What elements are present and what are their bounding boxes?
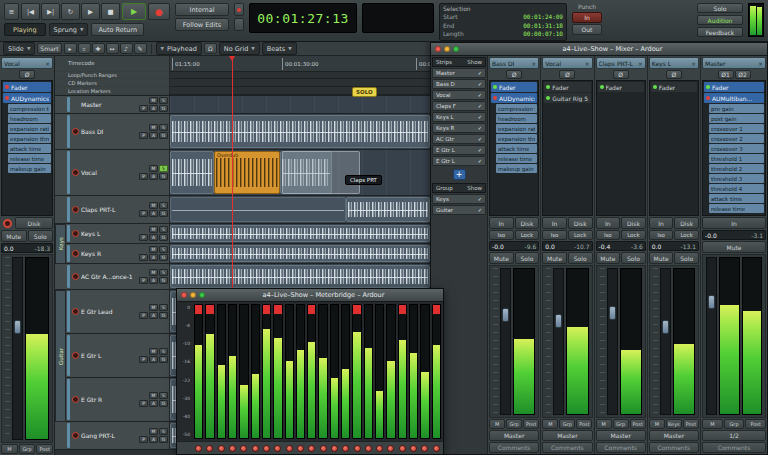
visible-checkbox[interactable]: ✓ [478, 207, 482, 213]
processor-entry[interactable]: expansion threshold [8, 134, 51, 143]
close-icon[interactable]: × [638, 60, 643, 67]
ruler-label-timecode[interactable]: Timecode [55, 56, 169, 72]
comments-button[interactable]: Comments [596, 442, 646, 453]
record-arm-button[interactable] [218, 445, 225, 452]
midi-panic-button[interactable]: ≡ [4, 3, 19, 20]
track-solo-button[interactable]: S [159, 348, 168, 355]
processor-entry[interactable]: makeup gain [8, 164, 51, 173]
processor-entry[interactable]: AUDynamicsPro [491, 93, 537, 103]
track-header[interactable]: E Gtr R M S P A G [55, 378, 170, 421]
meter-position-button[interactable]: Post [523, 419, 539, 429]
record-arm-button[interactable] [376, 445, 383, 452]
polarity-button[interactable]: Ø [559, 70, 575, 79]
track-name[interactable]: Keys L [81, 230, 137, 237]
group-list-item[interactable]: Keys✓ [432, 194, 486, 204]
record-arm-button[interactable] [240, 445, 247, 452]
track-name[interactable]: Claps PRT-L [81, 206, 137, 213]
zoom-window-icon[interactable] [453, 46, 459, 52]
show-column-header[interactable]: Show [467, 185, 482, 191]
track-playlist-button[interactable]: P [139, 132, 148, 139]
selection-end-value[interactable]: 00:01:31:18 [523, 22, 563, 31]
strip-list-item[interactable]: Bass D✓ [432, 79, 486, 89]
track-header[interactable]: Gang PRT-L M S P A G [55, 422, 170, 449]
processor-entry[interactable]: AUDynamicsPro [3, 93, 51, 103]
visible-checkbox[interactable]: ✓ [478, 103, 482, 109]
group-column-header[interactable]: Group [436, 185, 453, 191]
edit-tool-button[interactable]: ✚ [92, 43, 105, 54]
track-header[interactable]: Master M S P A G [55, 96, 170, 113]
metering-point-button[interactable]: M [596, 419, 612, 429]
audio-region[interactable] [170, 115, 430, 148]
meter-position-button[interactable]: Post [683, 419, 699, 429]
strip-name-button[interactable]: Master× [702, 57, 766, 69]
close-icon[interactable]: × [691, 60, 696, 67]
record-arm-button[interactable] [297, 445, 304, 452]
record-button[interactable]: ● [148, 3, 170, 20]
gain-fader[interactable] [553, 268, 564, 415]
group-button[interactable]: Grp [613, 419, 629, 429]
record-arm-button[interactable] [72, 169, 79, 176]
strip-list-item[interactable]: Master✓ [432, 68, 486, 78]
processor-entry[interactable]: crossover 3 [709, 144, 764, 153]
strip-list-item[interactable]: Vocal✓ [432, 90, 486, 100]
metering-point-button[interactable]: M [649, 419, 665, 429]
track-mute-button[interactable]: M [149, 392, 158, 399]
visible-checkbox[interactable]: ✓ [478, 125, 482, 131]
record-arm-button[interactable] [421, 445, 428, 452]
processor-entry[interactable]: threshold 2 [709, 164, 764, 173]
input-button[interactable]: In [702, 217, 766, 229]
processor-led-icon[interactable] [5, 96, 9, 100]
transport-nav-button[interactable]: |◀ [21, 3, 40, 20]
group-button[interactable]: Grp [724, 419, 745, 429]
minimize-window-icon[interactable] [444, 46, 450, 52]
output-button[interactable]: Master [596, 430, 646, 441]
solo-global-button[interactable]: Solo [697, 3, 743, 13]
input-button[interactable]: In [596, 217, 621, 229]
gain-display[interactable]: -0.0 [492, 243, 504, 250]
edit-tool-button[interactable]: ✎ [134, 43, 147, 54]
record-arm-button[interactable] [286, 445, 293, 452]
track-header[interactable]: Claps PRT-L M S P A G [55, 196, 170, 223]
fader-handle[interactable] [708, 295, 715, 309]
record-arm-button[interactable] [387, 445, 394, 452]
track-automation-button[interactable]: A [149, 254, 158, 261]
track-header[interactable]: Keys L M S P A G [55, 224, 170, 243]
processor-entry[interactable]: makeup gain [496, 164, 537, 173]
record-arm-button[interactable] [252, 445, 259, 452]
solo-button[interactable]: Solo [621, 252, 646, 264]
audio-region[interactable] [282, 151, 360, 194]
processor-entry[interactable]: threshold 1 [709, 154, 764, 163]
record-arm-button[interactable] [365, 445, 372, 452]
processor-entry[interactable]: release time [496, 154, 537, 163]
audition-button[interactable]: Audition [697, 15, 743, 25]
processor-entry[interactable]: expansion ratio [8, 124, 51, 133]
record-arm-button[interactable] [72, 230, 79, 237]
record-arm-button[interactable] [72, 273, 79, 280]
track-name[interactable]: E Gtr L [81, 352, 137, 359]
metering-point-button[interactable]: M [1, 444, 18, 454]
track-group-button[interactable]: G [159, 400, 168, 407]
processor-entry[interactable]: AUMultiban… [704, 93, 764, 103]
secondary-clock-bbt[interactable] [362, 3, 434, 33]
visible-checkbox[interactable]: ✓ [478, 81, 482, 87]
solo-lock-button[interactable]: Lock [621, 230, 646, 240]
group-button[interactable]: Keys [666, 419, 682, 429]
auto-return-button[interactable]: Auto Return [91, 23, 144, 36]
record-arm-button[interactable] [72, 396, 79, 403]
processor-led-icon[interactable] [5, 85, 9, 89]
strip-list-item[interactable]: Keys R✓ [432, 123, 486, 133]
track-automation-button[interactable]: A [149, 277, 158, 284]
track-playlist-button[interactable]: P [139, 210, 148, 217]
peak-display[interactable]: -9.6 [525, 243, 537, 250]
strip-list-item[interactable]: E Gtr L✓ [432, 145, 486, 155]
strip-list-item[interactable]: Keys L✓ [432, 112, 486, 122]
track-name[interactable]: E Gtr Lead [81, 308, 137, 315]
track-mute-button[interactable]: M [149, 202, 158, 209]
record-arm-button[interactable] [3, 219, 12, 228]
processor-entry[interactable]: crossover 2 [709, 134, 764, 143]
track-group-tab[interactable]: Guitar [55, 290, 66, 422]
track-playlist-button[interactable]: P [139, 254, 148, 261]
gain-display[interactable]: 0.0 [545, 243, 555, 250]
track-name[interactable]: Keys R [81, 250, 137, 257]
meter-position-button[interactable]: Post [36, 444, 53, 454]
